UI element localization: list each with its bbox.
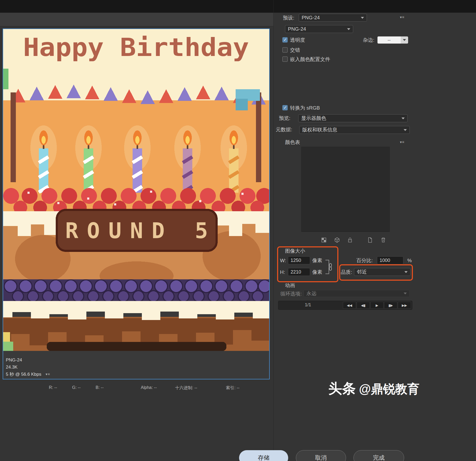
watermark-brand: 头条 <box>328 379 356 398</box>
transparency-checkbox[interactable] <box>282 37 288 43</box>
chevron-down-icon <box>404 293 407 294</box>
previous-frame-button[interactable]: ◀▮ <box>357 302 370 309</box>
width-label: W: <box>280 257 286 264</box>
chevron-down-icon <box>347 28 350 30</box>
watermark: 头条 @鼎锐教育 <box>328 379 419 398</box>
new-color-icon[interactable] <box>367 237 373 243</box>
preset-value: PNG-24 <box>302 15 320 21</box>
width-unit: 像素 <box>312 257 322 264</box>
percent-label: 百分比: <box>356 257 373 264</box>
preview-mode-dropdown[interactable]: 显示器颜色 <box>298 114 408 122</box>
preview-pane: Happy Birthday <box>3 29 270 379</box>
color-table-label: 颜色表 <box>285 139 300 146</box>
preview-tab-strip <box>0 13 273 26</box>
preview-format: PNG-24 <box>6 356 50 364</box>
matte-value: -- <box>388 37 390 43</box>
last-frame-button[interactable]: ▶▶ <box>398 302 411 309</box>
percent-unit: % <box>407 257 412 264</box>
animation-title: 动画 <box>285 282 295 289</box>
image-size-title: 图像大小 <box>285 248 305 255</box>
metadata-value: 版权和联系信息 <box>302 126 337 133</box>
color-table-menu-icon[interactable]: ▾≡ <box>400 140 404 144</box>
loop-label: 循环选项: <box>280 290 302 297</box>
embed-profile-checkbox[interactable] <box>282 57 288 62</box>
color-table <box>301 147 390 232</box>
save-button[interactable]: 存储 <box>239 450 288 461</box>
percent-input[interactable]: 1000 <box>377 256 403 264</box>
status-index: 索引: -- <box>226 385 240 391</box>
loop-value: 永远 <box>306 290 316 297</box>
transparency-label: 透明度 <box>290 37 305 44</box>
download-speed-menu-icon[interactable]: ▾≡ <box>45 371 50 378</box>
dither-grid-icon[interactable] <box>321 237 327 243</box>
web-shift-cube-icon[interactable] <box>334 237 340 243</box>
height-label: H: <box>280 269 285 276</box>
convert-srgb-label: 转换为 sRGB <box>290 105 320 111</box>
embed-profile-label: 嵌入颜色配置文件 <box>290 56 330 63</box>
convert-srgb-checkbox[interactable] <box>282 105 288 110</box>
link-chain-icon[interactable] <box>328 263 333 272</box>
preview-image[interactable]: Happy Birthday <box>3 29 269 351</box>
interlace-checkbox[interactable] <box>282 47 288 53</box>
format-value: PNG-24 <box>288 26 306 32</box>
lock-color-icon[interactable] <box>347 237 353 243</box>
preview-mode-value: 显示器颜色 <box>301 115 326 122</box>
preview-filesize: 24.3K <box>6 364 50 371</box>
quality-dropdown[interactable]: 邻近 <box>354 268 410 276</box>
frame-indicator: 1/1 <box>305 302 311 308</box>
chevron-down-icon <box>361 17 364 19</box>
chevron-down-icon <box>402 117 405 119</box>
chevron-down-icon <box>404 271 408 273</box>
format-dropdown[interactable]: PNG-24 <box>285 25 353 33</box>
first-frame-button[interactable]: ◀◀ <box>343 302 356 309</box>
loop-dropdown[interactable]: 永远 <box>304 290 410 297</box>
quality-value: 邻近 <box>357 269 367 275</box>
quality-label: 品质: <box>341 269 352 276</box>
status-g: G: -- <box>72 385 81 390</box>
status-hex: 十六进制: -- <box>175 385 197 391</box>
metadata-label: 元数据: <box>276 126 292 133</box>
animation-playback-bar: 1/1 ◀◀ ◀▮ ▶ ▮▶ ▶▶ <box>278 301 412 310</box>
preset-panel-menu-icon[interactable]: ▾≡ <box>400 15 404 19</box>
preset-label: 预设: <box>283 15 294 21</box>
done-button[interactable]: 完成 <box>353 450 404 461</box>
width-input[interactable]: 1250 <box>288 256 310 264</box>
height-input[interactable]: 2210 <box>288 268 310 276</box>
status-b: B: -- <box>96 385 104 390</box>
happy-birthday-text: Happy Birthday <box>23 33 249 62</box>
height-value: 2210 <box>291 269 301 275</box>
status-r: R: -- <box>49 385 57 390</box>
status-alpha: Alpha: -- <box>141 385 157 390</box>
preset-dropdown[interactable]: PNG-24 <box>299 14 367 22</box>
play-button[interactable]: ▶ <box>370 302 384 309</box>
height-unit: 像素 <box>312 269 322 276</box>
delete-color-icon[interactable] <box>380 237 386 243</box>
next-frame-button[interactable]: ▮▶ <box>384 302 397 309</box>
preview-download-time: 5 秒 @ 56.6 Kbps <box>6 371 41 378</box>
chevron-down-icon <box>404 129 407 131</box>
preview-info: PNG-24 24.3K 5 秒 @ 56.6 Kbps ▾≡ <box>6 356 50 378</box>
cancel-button[interactable]: 取消 <box>296 450 346 461</box>
matte-dropdown[interactable]: -- <box>377 36 401 44</box>
matte-label: 杂边: <box>363 37 374 44</box>
preview-mode-label: 预览: <box>279 115 290 122</box>
watermark-handle: @鼎锐教育 <box>359 381 419 397</box>
percent-value: 1000 <box>380 258 390 263</box>
width-value: 1250 <box>291 258 301 263</box>
interlace-label: 交错 <box>290 47 300 54</box>
metadata-dropdown[interactable]: 版权和联系信息 <box>299 126 410 134</box>
matte-chevron-icon[interactable] <box>401 36 408 44</box>
